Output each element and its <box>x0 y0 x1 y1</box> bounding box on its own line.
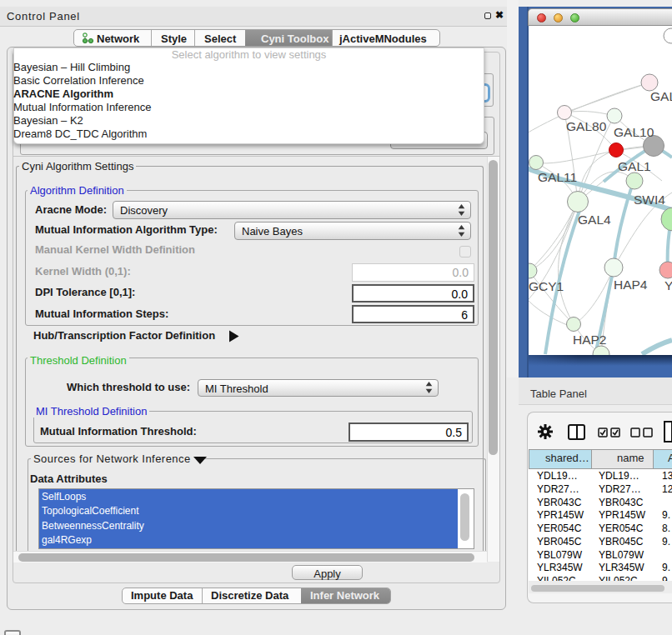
svg-text:GAL4: GAL4 <box>578 212 611 227</box>
svg-text:GCY1: GCY1 <box>529 279 564 293</box>
svg-text:SWI4: SWI4 <box>634 192 665 207</box>
svg-text:HAP2: HAP2 <box>573 332 607 347</box>
svg-text:HAP4: HAP4 <box>614 278 648 292</box>
svg-text:GAL10: GAL10 <box>614 125 654 139</box>
svg-text:GAL80: GAL80 <box>566 119 607 133</box>
svg-text:GAL1: GAL1 <box>618 159 651 173</box>
svg-text:GAL7: GAL7 <box>650 89 672 103</box>
svg-text:Y: Y <box>664 278 672 292</box>
svg-text:GAL11: GAL11 <box>538 170 577 184</box>
